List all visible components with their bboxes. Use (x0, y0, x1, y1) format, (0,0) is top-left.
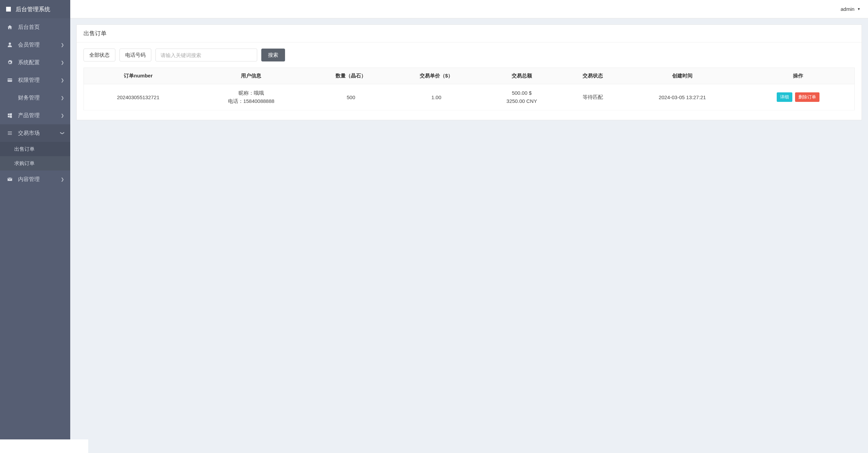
nav-sub-label: 出售订单 (14, 146, 35, 152)
card-body: 全部状态 电话号码 搜索 订单number 用户信息 数量（晶石） 交易单价（$… (77, 42, 862, 120)
col-qty: 数量（晶石） (310, 68, 392, 84)
svg-rect-3 (8, 133, 12, 133)
nav-label: 会员管理 (18, 41, 61, 49)
col-unit-price: 交易单价（$） (392, 68, 480, 84)
cell-order-no: 202403055132721 (84, 84, 193, 110)
page-title: 出售订单 (77, 25, 862, 42)
svg-rect-1 (7, 79, 12, 80)
chevron-down-icon: ❯ (60, 131, 65, 135)
filter-row: 全部状态 电话号码 搜索 (83, 49, 855, 61)
cell-created: 2024-03-05 13:27:21 (623, 84, 742, 110)
brand-title: 后台管理系统 (16, 5, 50, 13)
nav-sell-orders[interactable]: 出售订单 (0, 142, 70, 156)
content: 出售订单 全部状态 电话号码 搜索 订单number 用户信息 数量（晶石） (70, 0, 868, 453)
cell-total: 500.00 $ 3250.00 CNY (480, 84, 563, 110)
home-icon (7, 24, 13, 30)
cell-unit-price: 1.00 (392, 84, 480, 110)
nav-buy-orders[interactable]: 求购订单 (0, 156, 70, 170)
total-cny: 3250.00 CNY (507, 98, 537, 104)
search-button[interactable]: 搜索 (261, 49, 285, 61)
brand: 后台管理系统 (0, 0, 70, 18)
search-input[interactable] (155, 49, 257, 61)
phone-value: 15840088888 (243, 98, 275, 104)
table-header-row: 订单number 用户信息 数量（晶石） 交易单价（$） 交易总额 交易状态 创… (84, 68, 855, 84)
cell-user-info: 昵称：哦哦 电话：15840088888 (193, 84, 310, 110)
field-filter-label: 电话号码 (125, 52, 146, 58)
chevron-right-icon: ❯ (61, 177, 64, 182)
brand-icon (6, 7, 11, 12)
svg-rect-2 (8, 131, 12, 132)
nav-system[interactable]: 系统配置 ❯ (0, 54, 70, 71)
nav-products[interactable]: 产品管理 ❯ (0, 107, 70, 124)
total-usd: 500.00 $ (512, 90, 531, 96)
cell-qty: 500 (310, 84, 392, 110)
envelope-icon (7, 177, 13, 182)
table-row: 202403055132721 昵称：哦哦 电话：15840088888 500… (84, 84, 855, 110)
nick-value: 哦哦 (254, 90, 264, 96)
col-user-info: 用户信息 (193, 68, 310, 84)
chevron-right-icon: ❯ (61, 42, 64, 47)
nav-market-sub: 出售订单 求购订单 (0, 142, 70, 170)
status-filter-dropdown[interactable]: 全部状态 (83, 49, 115, 61)
nav-menu: 后台首页 会员管理 ❯ 系统配置 ❯ 权限管理 ❯ 财务管理 ❯ (0, 18, 70, 188)
cell-status: 等待匹配 (563, 84, 623, 110)
cell-actions: 详细 删除订单 (742, 84, 854, 110)
nav-label: 交易市场 (18, 130, 61, 137)
caret-down-icon: ▼ (857, 7, 861, 11)
status-filter-label: 全部状态 (89, 52, 110, 58)
chevron-right-icon: ❯ (61, 95, 64, 100)
nick-label: 昵称： (239, 90, 254, 96)
user-name: admin (841, 6, 854, 12)
phone-label: 电话： (228, 98, 243, 104)
nav-label: 权限管理 (18, 77, 61, 84)
col-created: 创建时间 (623, 68, 742, 84)
col-order-no: 订单number (84, 68, 193, 84)
delete-button[interactable]: 删除订单 (795, 92, 819, 102)
col-status: 交易状态 (563, 68, 623, 84)
chevron-right-icon: ❯ (61, 78, 64, 83)
bars-icon (7, 130, 13, 136)
card: 出售订单 全部状态 电话号码 搜索 订单number 用户信息 数量（晶石） (76, 24, 862, 120)
svg-rect-4 (8, 134, 12, 134)
card-icon (7, 77, 13, 83)
nav-label: 内容管理 (18, 176, 61, 183)
chevron-right-icon: ❯ (61, 113, 64, 118)
nav-label: 系统配置 (18, 59, 61, 66)
chevron-right-icon: ❯ (61, 60, 64, 65)
nav-permissions[interactable]: 权限管理 ❯ (0, 71, 70, 89)
nav-members[interactable]: 会员管理 ❯ (0, 36, 70, 54)
nav-market[interactable]: 交易市场 ❯ (0, 124, 70, 142)
nav-sub-label: 求购订单 (14, 160, 35, 167)
nav-label: 产品管理 (18, 112, 61, 119)
cogs-icon (7, 60, 13, 65)
user-icon (7, 42, 13, 48)
nav-label: 后台首页 (18, 24, 64, 31)
topbar: admin ▼ (70, 0, 868, 18)
nav-home[interactable]: 后台首页 (0, 18, 70, 36)
col-actions: 操作 (742, 68, 854, 84)
detail-button[interactable]: 详细 (777, 92, 792, 102)
bottom-blank-panel (0, 439, 88, 453)
col-total: 交易总额 (480, 68, 563, 84)
orders-table: 订单number 用户信息 数量（晶石） 交易单价（$） 交易总额 交易状态 创… (83, 68, 855, 110)
nav-finance[interactable]: 财务管理 ❯ (0, 89, 70, 107)
nav-label: 财务管理 (18, 94, 61, 102)
windows-icon (7, 113, 13, 118)
field-filter-dropdown[interactable]: 电话号码 (119, 49, 151, 61)
sidebar: 后台管理系统 后台首页 会员管理 ❯ 系统配置 ❯ (0, 0, 70, 453)
user-dropdown[interactable]: admin ▼ (841, 6, 861, 12)
nav-content[interactable]: 内容管理 ❯ (0, 170, 70, 188)
